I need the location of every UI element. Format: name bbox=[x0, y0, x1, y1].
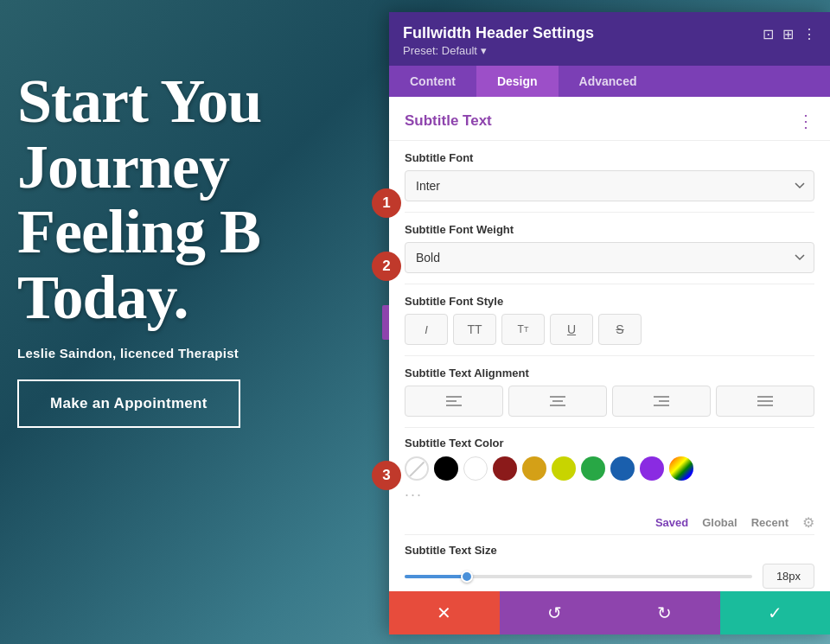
font-setting-row: Subtitle Font Inter Roboto Open Sans Lat… bbox=[389, 141, 830, 212]
underline-button[interactable]: U bbox=[550, 314, 593, 345]
slider-track[interactable] bbox=[405, 575, 752, 578]
appointment-button[interactable]: Make an Appointment bbox=[17, 379, 240, 428]
font-weight-dropdown[interactable]: Thin Light Regular Medium Semi Bold Bold… bbox=[405, 242, 814, 273]
panel-title-group: Fullwidth Header Settings Preset: Defaul… bbox=[403, 24, 594, 57]
color-swatch-yellowgreen[interactable] bbox=[552, 456, 576, 481]
font-label: Subtitle Font bbox=[405, 151, 814, 164]
step-badge-1: 1 bbox=[372, 188, 401, 218]
italic-button[interactable]: I bbox=[405, 314, 448, 345]
section-menu-icon[interactable]: ⋮ bbox=[797, 111, 814, 131]
color-swatch-purple[interactable] bbox=[640, 456, 664, 481]
resize-handle[interactable] bbox=[382, 305, 389, 340]
author-subtitle: Leslie Saindon, licenced Therapist bbox=[17, 346, 398, 360]
reset-button[interactable]: ↺ bbox=[500, 591, 610, 634]
tab-content[interactable]: Content bbox=[389, 66, 476, 97]
font-dropdown[interactable]: Inter Roboto Open Sans Lato Montserrat bbox=[405, 170, 814, 201]
color-global-button[interactable]: Global bbox=[702, 516, 737, 529]
section-title: Subtitle Text bbox=[405, 112, 492, 130]
slider-fill bbox=[405, 575, 467, 578]
strikethrough-button[interactable]: S bbox=[598, 314, 642, 345]
font-weight-label: Subtitle Font Weight bbox=[405, 223, 814, 236]
tab-design[interactable]: Design bbox=[476, 66, 559, 97]
color-swatch-blue[interactable] bbox=[610, 456, 635, 481]
slider-container: 18px bbox=[405, 564, 814, 589]
uppercase-button[interactable]: TT bbox=[453, 314, 496, 345]
cancel-button[interactable]: ✕ bbox=[389, 591, 500, 634]
font-style-setting-row: Subtitle Font Style I TT TT U S bbox=[389, 284, 830, 355]
layout-icon[interactable]: ⊞ bbox=[782, 26, 794, 42]
text-size-setting-row: Subtitle Text Size 18px bbox=[389, 535, 830, 591]
color-swatch-darkred[interactable] bbox=[493, 456, 517, 481]
text-size-value[interactable]: 18px bbox=[763, 564, 814, 589]
color-saved-button[interactable]: Saved bbox=[655, 516, 688, 529]
color-swatch-black[interactable] bbox=[434, 456, 458, 481]
preview-icon[interactable]: ⊡ bbox=[763, 26, 774, 42]
settings-panel: Fullwidth Header Settings Preset: Defaul… bbox=[389, 12, 830, 634]
color-swatches bbox=[405, 456, 814, 481]
color-actions: Saved Global Recent ⚙ bbox=[389, 509, 830, 534]
main-heading: Start You Journey Feeling B Today. bbox=[17, 69, 398, 330]
panel-body: Subtitle Text ⋮ Subtitle Font Inter Robo… bbox=[389, 97, 830, 591]
capitalize-button[interactable]: TT bbox=[501, 314, 545, 345]
tabs-bar: Content Design Advanced bbox=[389, 66, 830, 97]
align-left-button[interactable] bbox=[405, 386, 503, 417]
alignment-buttons bbox=[405, 386, 814, 417]
text-alignment-setting-row: Subtitle Text Alignment bbox=[389, 356, 830, 427]
more-options-icon[interactable]: ⋮ bbox=[802, 26, 816, 42]
more-colors-dots[interactable]: ··· bbox=[389, 484, 830, 509]
color-swatch-green[interactable] bbox=[581, 456, 605, 481]
color-recent-button[interactable]: Recent bbox=[751, 516, 788, 529]
font-weight-setting-row: Subtitle Font Weight Thin Light Regular … bbox=[389, 213, 830, 284]
step-badge-2: 2 bbox=[372, 252, 401, 281]
font-style-label: Subtitle Font Style bbox=[405, 295, 814, 308]
color-swatch-white[interactable] bbox=[463, 456, 488, 481]
align-right-button[interactable] bbox=[612, 386, 711, 417]
align-center-button[interactable] bbox=[508, 386, 607, 417]
panel-icons: ⊡ ⊞ ⋮ bbox=[763, 26, 816, 42]
text-color-setting-row: Subtitle Text Color bbox=[389, 428, 830, 484]
font-style-buttons: I TT TT U S bbox=[405, 314, 814, 345]
text-color-label: Subtitle Text Color bbox=[405, 437, 814, 450]
panel-header: Fullwidth Header Settings Preset: Defaul… bbox=[389, 12, 830, 66]
section-header: Subtitle Text ⋮ bbox=[389, 97, 830, 141]
step-badge-3: 3 bbox=[372, 461, 401, 490]
left-content: Start You Journey Feeling B Today. Lesli… bbox=[17, 69, 398, 428]
save-button[interactable]: ✓ bbox=[720, 591, 831, 634]
color-swatch-custom[interactable] bbox=[669, 456, 693, 481]
color-swatch-gold[interactable] bbox=[522, 456, 546, 481]
color-settings-icon[interactable]: ⚙ bbox=[802, 514, 814, 531]
redo-button[interactable]: ↻ bbox=[610, 591, 720, 634]
text-alignment-label: Subtitle Text Alignment bbox=[405, 367, 814, 379]
panel-preset[interactable]: Preset: Default ▾ bbox=[403, 44, 594, 57]
panel-title: Fullwidth Header Settings bbox=[403, 24, 594, 42]
tab-advanced[interactable]: Advanced bbox=[559, 66, 658, 97]
panel-footer: ✕ ↺ ↻ ✓ bbox=[389, 591, 830, 634]
text-size-label: Subtitle Text Size bbox=[405, 544, 814, 557]
slider-thumb[interactable] bbox=[461, 571, 473, 583]
align-justify-button[interactable] bbox=[716, 386, 814, 417]
color-swatch-transparent[interactable] bbox=[405, 456, 429, 481]
preset-chevron-icon: ▾ bbox=[481, 44, 487, 57]
